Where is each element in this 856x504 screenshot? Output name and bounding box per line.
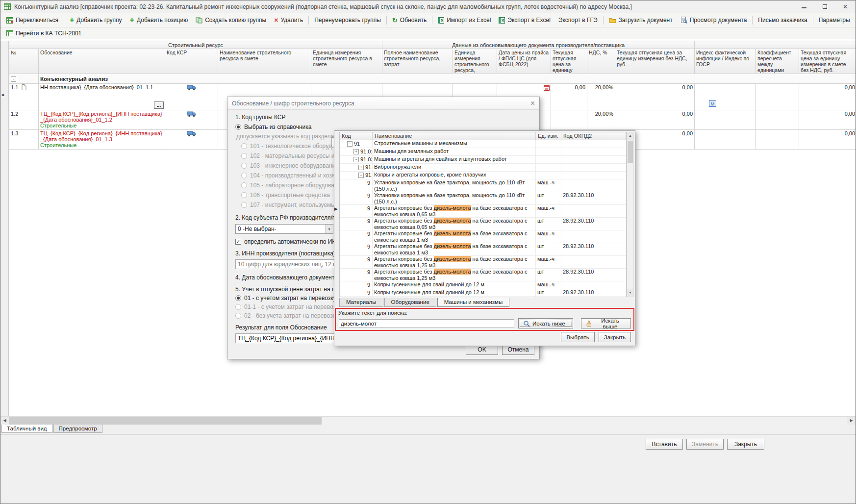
catalog-row[interactable]: 9 Копры гусеничные для свай длиной до 12…: [340, 281, 626, 289]
catalog-row[interactable]: 9 Агрегаты копровые без дизель-молота на…: [340, 218, 626, 230]
expand-panel-icon[interactable]: ▶: [334, 206, 338, 211]
justification-cell[interactable]: ТЦ_{Код КСР}_{Код региона}_{ИНН поставщи…: [39, 130, 165, 150]
toolbar-add-position-button[interactable]: + Добавить позицию: [126, 15, 192, 25]
catalog-column-unit[interactable]: Ед. изм.: [536, 132, 561, 140]
column-header-num[interactable]: №: [9, 49, 39, 74]
column-header-vat[interactable]: НДС, %: [587, 49, 615, 74]
select-button[interactable]: Выбрать: [561, 332, 594, 342]
catalog-row[interactable]: 9 Установки копровые на базе трактора, м…: [340, 192, 626, 205]
catalog-unit-cell[interactable]: маш.-ч: [536, 179, 561, 192]
catalog-okpd-cell[interactable]: [561, 281, 626, 289]
toolbar-load-document-button[interactable]: Загрузить документ: [605, 15, 677, 25]
inflation-index-cell[interactable]: [695, 110, 756, 130]
ksr-code-cell[interactable]: [165, 110, 218, 130]
price-per-unit-cell[interactable]: 0,00: [551, 84, 587, 110]
splitter-handle[interactable]: ▶: [334, 132, 339, 297]
radio-catalog-row[interactable]: Выбрать из справочника: [235, 124, 531, 130]
catalog-row[interactable]: 91... Вибропогружатели: [340, 164, 626, 172]
catalog-row[interactable]: 91... Копры и агрегаты копровые, кроме п…: [340, 172, 626, 179]
row-num-cell[interactable]: 1.3: [9, 130, 39, 150]
catalog-okpd-cell[interactable]: [561, 230, 626, 243]
catalog-row[interactable]: 9 Агрегаты копровые без дизель-молота на…: [340, 205, 626, 218]
chevron-down-icon[interactable]: ▼: [325, 225, 333, 233]
price-per-unit-cell[interactable]: [551, 110, 587, 130]
catalog-okpd-cell[interactable]: [561, 156, 626, 163]
catalog-code-cell[interactable]: 9: [340, 230, 373, 243]
catalog-okpd-cell[interactable]: 28.92.30.110: [561, 192, 626, 204]
catalog-row[interactable]: 9 Агрегаты копровые без дизель-молота на…: [340, 269, 626, 281]
expand-icon[interactable]: [358, 165, 364, 170]
scroll-up-icon[interactable]: ▲: [627, 132, 633, 140]
catalog-name-cell[interactable]: Агрегаты копровые без дизель-молота на б…: [373, 269, 536, 281]
catalog-code-cell[interactable]: 91...: [340, 172, 373, 179]
toolbar-copy-group-button[interactable]: Создать копию группы: [192, 15, 270, 25]
vat-cell[interactable]: 20,00%: [587, 84, 615, 110]
catalog-name-cell[interactable]: Машины для земляных работ: [373, 148, 536, 155]
catalog-name-cell[interactable]: Агрегаты копровые без дизель-молота на б…: [373, 256, 536, 268]
open-justification-dialog-button[interactable]: ...: [154, 101, 164, 109]
justification-cell[interactable]: НН поставщика}_{Дата обоснования}_01_1.1…: [39, 84, 165, 110]
catalog-code-cell[interactable]: 91: [340, 140, 373, 148]
toolbar-export-excel-button[interactable]: Экспорт в Excel: [495, 15, 554, 25]
catalog-name-cell[interactable]: Установки копровые на базе трактора, мощ…: [373, 179, 536, 192]
toolbar-switch-button[interactable]: Переключиться: [2, 15, 62, 25]
catalog-okpd-cell[interactable]: 28.92.30.110: [561, 269, 626, 281]
catalog-code-cell[interactable]: 9: [340, 179, 373, 192]
catalog-okpd-cell[interactable]: 28.92.30.110: [561, 218, 626, 230]
catalog-unit-cell[interactable]: шт: [536, 289, 561, 297]
catalog-unit-cell[interactable]: маш.-ч: [536, 256, 561, 268]
catalog-code-cell[interactable]: 9: [340, 205, 373, 217]
catalog-code-cell[interactable]: 91.01: [340, 148, 373, 155]
column-header-unit-estimate[interactable]: Единица измерения строительного ресурса …: [311, 49, 382, 74]
catalog-column-okpd[interactable]: Код ОКПД2: [561, 132, 626, 140]
minimize-button[interactable]: [794, 0, 814, 13]
scrollbar-thumb[interactable]: [628, 141, 633, 163]
catalog-code-cell[interactable]: 9: [340, 289, 373, 297]
inflation-index-cell[interactable]: М: [695, 84, 756, 110]
catalog-okpd-cell[interactable]: [561, 164, 626, 171]
conversion-coeff-cell[interactable]: [756, 110, 799, 130]
justification-cell[interactable]: ТЦ_{Код КСР}_{Код региона}_{ИНН поставщи…: [39, 110, 165, 130]
tab-table-view[interactable]: Табличный вид: [1, 425, 52, 433]
close-button[interactable]: ×: [835, 0, 856, 13]
column-header-price-per-unit[interactable]: Текущая отпускная цена за единицу: [551, 49, 587, 74]
tab-equipment[interactable]: Оборудование: [384, 298, 436, 307]
catalog-code-cell[interactable]: 91.02: [340, 156, 373, 163]
column-header-justification[interactable]: Обоснование: [39, 49, 165, 74]
catalog-name-cell[interactable]: Установки копровые на базе трактора, мощ…: [373, 192, 536, 204]
search-up-button[interactable]: Искать выше: [581, 318, 631, 328]
catalog-code-cell[interactable]: 9: [340, 256, 373, 268]
toolbar-delete-button[interactable]: × Удалить: [270, 15, 307, 25]
price-estimate-cell[interactable]: 0,00: [799, 110, 856, 130]
catalog-name-cell[interactable]: Копры гусеничные для свай длиной до 12 м: [373, 289, 536, 297]
row-num-cell[interactable]: 1.2: [9, 110, 39, 130]
catalog-row[interactable]: 9 Агрегаты копровые без дизель-молота на…: [340, 243, 626, 256]
toolbar-export-gge-button[interactable]: Экспорт в ГГЭ: [554, 15, 602, 25]
collapse-icon[interactable]: [347, 141, 352, 147]
catalog-name-cell[interactable]: Агрегаты копровые без дизель-молота на б…: [373, 218, 536, 230]
catalog-okpd-cell[interactable]: [561, 172, 626, 179]
toolbar-import-excel-button[interactable]: Импорт из Excel: [434, 15, 495, 25]
catalog-okpd-cell[interactable]: [561, 148, 626, 155]
collapse-icon[interactable]: [353, 157, 359, 162]
close-bottom-button[interactable]: Закрыть: [727, 439, 764, 450]
expand-icon[interactable]: [353, 149, 359, 154]
catalog-unit-cell[interactable]: шт: [536, 243, 561, 255]
catalog-row[interactable]: 9 Установки копровые на базе трактора, м…: [340, 179, 626, 192]
close-catalog-button[interactable]: Закрыть: [599, 332, 631, 342]
catalog-okpd-cell[interactable]: [561, 140, 626, 148]
catalog-name-cell[interactable]: Копры и агрегаты копровые, кроме плавучи…: [373, 172, 536, 179]
catalog-unit-cell[interactable]: [536, 172, 561, 179]
catalog-code-cell[interactable]: 9: [340, 281, 373, 289]
catalog-unit-cell[interactable]: шт: [536, 218, 561, 230]
catalog-code-cell[interactable]: 91...: [340, 164, 373, 171]
index-lookup-icon[interactable]: М: [709, 100, 716, 108]
column-header-price-no-vat[interactable]: Текущая отпускная цена за единицу измере…: [615, 49, 695, 74]
tab-machines[interactable]: Машины и механизмы: [437, 298, 509, 307]
catalog-column-code[interactable]: Код: [340, 132, 373, 140]
scroll-right-icon[interactable]: ▶: [847, 417, 856, 425]
catalog-row[interactable]: 91.01 Машины для земляных работ: [340, 148, 626, 156]
catalog-okpd-cell[interactable]: 28.92.30.110: [561, 243, 626, 255]
conversion-coeff-cell[interactable]: [756, 130, 799, 150]
collapse-icon[interactable]: [358, 173, 364, 178]
